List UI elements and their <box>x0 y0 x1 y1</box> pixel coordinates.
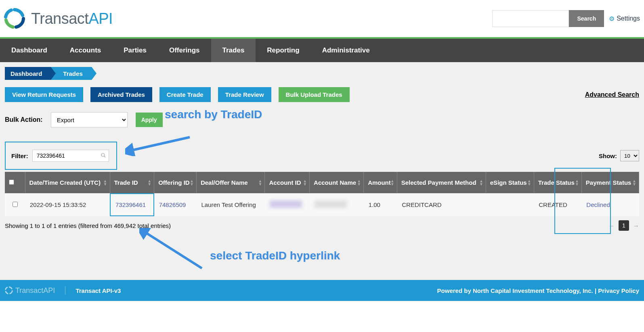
search-wrap: Search <box>492 10 604 27</box>
filter-label: Filter: <box>11 152 28 159</box>
cell-account-name <box>310 193 364 216</box>
view-return-requests-button[interactable]: View Return Requests <box>5 87 83 102</box>
nav-offerings[interactable]: Offerings <box>158 39 211 62</box>
trades-table: Date/Time Created (UTC)▲▼ Trade ID▲▼ Off… <box>5 172 639 216</box>
cell-account-id <box>265 193 310 216</box>
cell-offering-id: 74826509 <box>154 193 197 216</box>
cell-trade-id: 732396461 <box>110 193 154 216</box>
th-deal-name[interactable]: Deal/Offer Name▲▼ <box>196 172 265 193</box>
svg-line-1 <box>104 156 105 157</box>
nav-reporting[interactable]: Reporting <box>256 39 310 62</box>
header: TransactAPI Search ⚙ Settings <box>0 0 644 37</box>
th-payment-method[interactable]: Selected Payment Method▲▼ <box>397 172 486 193</box>
blurred-account-name <box>315 200 347 208</box>
advanced-search-link[interactable]: Advanced Search <box>585 91 639 98</box>
settings-link[interactable]: ⚙ Settings <box>609 15 640 23</box>
cell-deal-name: Lauren Test Offering <box>196 193 265 216</box>
trade-id-link[interactable]: 732396461 <box>110 193 154 216</box>
apply-button[interactable]: Apply <box>136 113 163 127</box>
pager-prev-icon[interactable]: ← <box>608 222 615 229</box>
bulk-upload-trades-button[interactable]: Bulk Upload Trades <box>279 87 350 102</box>
show-wrap: Show: 10 <box>599 150 639 161</box>
breadcrumb-trades[interactable]: Trades <box>51 67 91 80</box>
settings-label: Settings <box>617 15 640 22</box>
search-icon <box>101 152 106 159</box>
filter-show-row: Filter: Show: 10 <box>5 142 639 170</box>
th-trade-status[interactable]: Trade Status▲▼ <box>534 172 581 193</box>
filter-input-wrap <box>32 150 109 162</box>
annotation-search: search by TradeID <box>165 108 262 121</box>
footer-right: Powered by North Capital Investment Tech… <box>437 287 639 294</box>
archived-trades-button[interactable]: Archived Trades <box>90 87 152 102</box>
gear-icon: ⚙ <box>609 15 615 23</box>
cell-payment-method: CREDITCARD <box>397 193 486 216</box>
show-label: Show: <box>599 152 617 159</box>
content: Dashboard Trades View Return Requests Ar… <box>0 62 644 280</box>
th-datetime[interactable]: Date/Time Created (UTC)▲▼ <box>25 172 110 193</box>
logo-icon <box>5 286 13 294</box>
row-checkbox[interactable] <box>13 202 18 207</box>
footer-version: Transact API-v3 <box>76 287 121 294</box>
nav-parties[interactable]: Parties <box>112 39 158 62</box>
trade-review-button[interactable]: Trade Review <box>218 87 271 102</box>
annotation-select: select TradeID hyperlink <box>210 249 340 262</box>
th-amount[interactable]: Amount▲▼ <box>364 172 397 193</box>
footer-left: TransactAPI Transact API-v3 <box>5 286 121 295</box>
logo-text: TransactAPI <box>31 10 113 27</box>
divider <box>65 286 65 295</box>
pager: ← 1 → <box>608 220 639 231</box>
nav-accounts[interactable]: Accounts <box>59 39 112 62</box>
svg-point-0 <box>101 153 105 157</box>
navbar: Dashboard Accounts Parties Offerings Tra… <box>0 39 644 62</box>
cell-payment-status: Declined <box>581 193 639 216</box>
cell-esign <box>486 193 534 216</box>
nav-trades[interactable]: Trades <box>211 39 256 62</box>
payment-status-link[interactable]: Declined <box>586 201 610 208</box>
header-right: Search ⚙ Settings <box>492 10 640 27</box>
th-trade-id[interactable]: Trade ID▲▼ <box>110 172 154 193</box>
breadcrumb-dashboard[interactable]: Dashboard <box>5 67 51 80</box>
search-button[interactable]: Search <box>569 10 604 27</box>
filter-input[interactable] <box>32 150 109 162</box>
th-esign[interactable]: eSign Status▲▼ <box>486 172 534 193</box>
th-offering-id[interactable]: Offering ID▲▼ <box>154 172 197 193</box>
cell-datetime: 2022-09-15 15:33:52 <box>25 193 110 216</box>
bulk-row: Bulk Action: Export Apply search by Trad… <box>5 112 639 127</box>
action-buttons: View Return Requests Archived Trades Cre… <box>5 87 350 102</box>
create-trade-button[interactable]: Create Trade <box>159 87 211 102</box>
logo: TransactAPI <box>4 8 113 29</box>
cell-amount: 1.00 <box>364 193 397 216</box>
action-bar: View Return Requests Archived Trades Cre… <box>5 87 639 102</box>
bulk-label: Bulk Action: <box>5 116 43 123</box>
svg-line-5 <box>143 231 202 268</box>
offering-id-link[interactable]: 74826509 <box>159 201 186 208</box>
blurred-account-id <box>270 200 302 208</box>
search-input[interactable] <box>492 10 569 27</box>
pager-page[interactable]: 1 <box>619 220 629 231</box>
th-account-id[interactable]: Account ID▲▼ <box>265 172 310 193</box>
th-checkbox <box>5 172 25 193</box>
cell-trade-status: CREATED <box>534 193 581 216</box>
pager-next-icon[interactable]: → <box>633 222 639 229</box>
th-payment-status[interactable]: Payment Status▲▼ <box>581 172 639 193</box>
table-header-row: Date/Time Created (UTC)▲▼ Trade ID▲▼ Off… <box>5 172 639 193</box>
select-all-checkbox[interactable] <box>9 180 14 185</box>
show-select[interactable]: 10 <box>620 150 639 161</box>
breadcrumb: Dashboard Trades <box>5 67 639 80</box>
th-account-name[interactable]: Account Name▲▼ <box>310 172 364 193</box>
table-info-row: Showing 1 to 1 of 1 entries (filtered fr… <box>5 216 639 235</box>
bulk-select[interactable]: Export <box>51 112 128 127</box>
filter-box: Filter: <box>5 142 117 170</box>
footer: TransactAPI Transact API-v3 Powered by N… <box>0 280 644 301</box>
table-info-text: Showing 1 to 1 of 1 entries (filtered fr… <box>5 222 171 229</box>
nav-administrative[interactable]: Administrative <box>311 39 381 62</box>
table-row: 2022-09-15 15:33:52 732396461 74826509 L… <box>5 193 639 216</box>
footer-logo: TransactAPI <box>5 286 55 295</box>
logo-icon <box>4 8 25 29</box>
nav-dashboard[interactable]: Dashboard <box>0 39 59 62</box>
